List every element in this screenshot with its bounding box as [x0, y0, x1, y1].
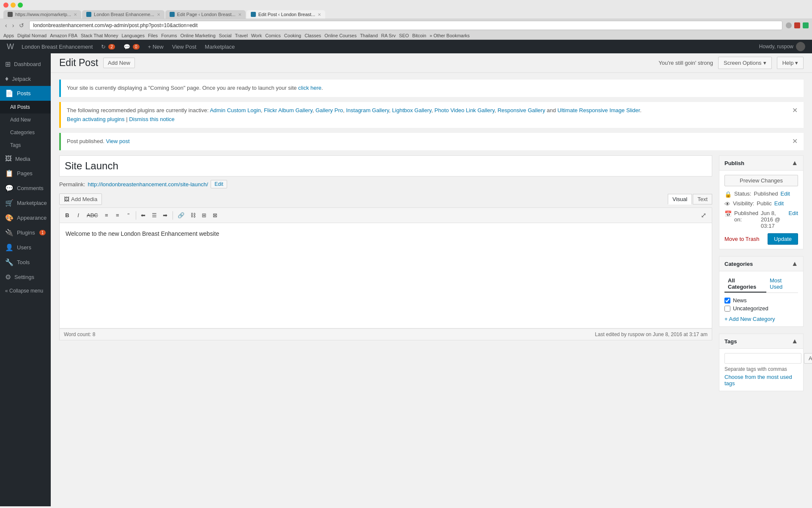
plugin-photo-video-link[interactable]: Photo Video Link Gallery [434, 107, 494, 113]
bookmark-apps[interactable]: Apps [3, 33, 14, 38]
click-here-link[interactable]: click here [298, 85, 321, 91]
wp-logo-icon[interactable]: W [3, 42, 17, 51]
align-center-button[interactable]: ☰ [149, 210, 159, 220]
ordered-list-button[interactable]: ≡ [112, 210, 123, 220]
post-title-input[interactable] [59, 155, 712, 177]
admin-bar-marketplace[interactable]: Marketplace [200, 40, 239, 53]
collapse-menu[interactable]: « Collapse menu [0, 284, 51, 297]
browser-tab-tab2[interactable]: London Breast Enhanceme...✕ [82, 10, 164, 19]
tab-close-icon[interactable]: ✕ [74, 12, 77, 17]
bookmark-seo[interactable]: SEO [399, 33, 409, 38]
sidebar-item-jetpack[interactable]: ♦Jetpack [0, 72, 51, 86]
bookmark-thailand[interactable]: Thailand [360, 33, 378, 38]
bookmark-forums[interactable]: Forums [161, 33, 177, 38]
admin-bar-view-post[interactable]: View Post [168, 40, 201, 53]
howdy-section[interactable]: Howdy, ruspow [756, 42, 809, 51]
plugin-gallery-pro-link[interactable]: Gallery Pro [315, 107, 343, 113]
category-news-checkbox[interactable] [724, 298, 730, 304]
admin-bar-site[interactable]: London Breast Enhancement [17, 40, 97, 53]
minimize-dot[interactable] [11, 3, 16, 8]
help-button[interactable]: Help ▾ [777, 57, 804, 69]
update-button[interactable]: Update [768, 233, 798, 245]
browser-tab-tab1[interactable]: https://www.mojomarketp...✕ [3, 10, 81, 19]
view-post-link[interactable]: View post [106, 138, 130, 144]
sidebar-item-tools[interactable]: 🔧Tools [0, 255, 51, 270]
browser-tab-tab4[interactable]: Edit Post ‹ London Breast...✕ [247, 10, 326, 19]
plugins-notice-close[interactable]: ✕ [792, 106, 798, 114]
insert-table-button[interactable]: ⊞ [199, 210, 209, 220]
begin-activating-link[interactable]: Begin activating plugins [67, 116, 125, 122]
bookmark-travel[interactable]: Travel [235, 33, 248, 38]
plugin-ultimate-slider-link[interactable]: Ultimate Responsive Image Slider [557, 107, 640, 113]
bookmark-ra-srv[interactable]: RA Srv [381, 33, 395, 38]
sidebar-item-users[interactable]: 👤Users [0, 240, 51, 255]
sidebar-item-posts[interactable]: 📄Posts [0, 86, 51, 101]
add-new-button[interactable]: Add New [103, 58, 135, 68]
sidebar-item-marketplace[interactable]: 🛒Marketplace [0, 196, 51, 210]
bookmark-comics[interactable]: Comics [265, 33, 281, 38]
plugin-lightbox-gallery-link[interactable]: Lightbox Gallery [392, 107, 431, 113]
bookmark-bitcoin[interactable]: Bitcoin [412, 33, 426, 38]
status-edit-link[interactable]: Edit [781, 190, 790, 197]
address-input[interactable] [29, 21, 782, 30]
align-right-button[interactable]: ➡ [160, 210, 170, 220]
text-tab[interactable]: Text [693, 194, 712, 204]
bold-button[interactable]: B [62, 210, 72, 220]
tab-close-icon[interactable]: ✕ [157, 12, 160, 17]
plugin-flickr-gallery-link[interactable]: Flickr Album Gallery [264, 107, 313, 113]
tab-close-icon[interactable]: ✕ [318, 12, 321, 17]
all-categories-tab[interactable]: All Categories [724, 276, 766, 293]
admin-bar-updates[interactable]: ↻ 2 [97, 40, 119, 53]
editor-content-area[interactable]: Welcome to the new London Breast Enhance… [59, 223, 712, 329]
admin-bar-new[interactable]: + New [144, 40, 168, 53]
close-dot[interactable] [3, 3, 8, 8]
italic-button[interactable]: I [73, 210, 83, 220]
bookmark-online-courses[interactable]: Online Courses [324, 33, 357, 38]
browser-tab-tab3[interactable]: Edit Page ‹ London Breast...✕ [165, 10, 246, 19]
sidebar-item-all-posts[interactable]: All Posts [0, 101, 51, 113]
sidebar-item-settings[interactable]: ⚙Settings [0, 270, 51, 284]
back-button[interactable]: ‹ [3, 21, 9, 30]
bookmark--other-bookmarks[interactable]: » Other Bookmarks [430, 33, 470, 38]
published-edit-link[interactable]: Edit [789, 210, 798, 216]
blockquote-button[interactable]: " [123, 210, 134, 220]
bookmark-digital-nomad[interactable]: Digital Nomad [17, 33, 47, 38]
bookmark-online-marketing[interactable]: Online Marketing [180, 33, 215, 38]
add-media-button[interactable]: 🖼 Add Media [59, 193, 102, 205]
bookmark-languages[interactable]: Languages [121, 33, 144, 38]
plugin-responsive-gallery-link[interactable]: Responsive Gallery [497, 107, 545, 113]
most-used-tab[interactable]: Most Used [766, 276, 798, 293]
dismiss-notice-link[interactable]: Dismiss this notice [129, 116, 175, 122]
sidebar-item-comments[interactable]: 💬Comments [0, 181, 51, 196]
sidebar-item-plugins[interactable]: 🔌Plugins1 [0, 225, 51, 240]
strikethrough-button[interactable]: ABC [84, 210, 101, 220]
bookmark-classes[interactable]: Classes [304, 33, 321, 38]
published-notice-close[interactable]: ✕ [792, 137, 798, 145]
bookmark-amazon-fba[interactable]: Amazon FBA [50, 33, 77, 38]
admin-bar-comments[interactable]: 💬 0 [119, 40, 144, 53]
bookmark-cooking[interactable]: Cooking [284, 33, 301, 38]
tags-panel-header[interactable]: Tags ▲ [719, 334, 803, 349]
screen-options-button[interactable]: Screen Options ▾ [718, 57, 772, 69]
move-to-trash-link[interactable]: Move to Trash [724, 236, 759, 242]
refresh-button[interactable]: ↺ [17, 21, 26, 30]
tags-input[interactable] [724, 353, 801, 364]
categories-panel-header[interactable]: Categories ▲ [719, 257, 803, 271]
bookmark-files[interactable]: Files [148, 33, 158, 38]
forward-button[interactable]: › [11, 21, 16, 30]
add-new-category-link[interactable]: + Add New Category [724, 316, 798, 322]
fullscreen-dot[interactable] [18, 3, 23, 8]
fullscreen-button[interactable]: ⤢ [698, 210, 709, 221]
permalink-edit-button[interactable]: Edit [211, 180, 227, 188]
sidebar-item-categories[interactable]: Categories [0, 126, 51, 139]
category-uncategorized-checkbox[interactable] [724, 306, 730, 312]
align-left-button[interactable]: ⬅ [138, 210, 148, 220]
sidebar-item-pages[interactable]: 📋Pages [0, 166, 51, 181]
insert-more-button[interactable]: ⊠ [210, 210, 220, 220]
bookmark-work[interactable]: Work [251, 33, 262, 38]
permalink-url-link[interactable]: http://londonbreastenhancement.com/site-… [88, 181, 208, 188]
visual-tab[interactable]: Visual [668, 194, 692, 204]
publish-panel-header[interactable]: Publish ▲ [719, 156, 803, 171]
bookmark-stack-that-money[interactable]: Stack That Money [81, 33, 118, 38]
sidebar-item-add-new[interactable]: Add New [0, 113, 51, 126]
